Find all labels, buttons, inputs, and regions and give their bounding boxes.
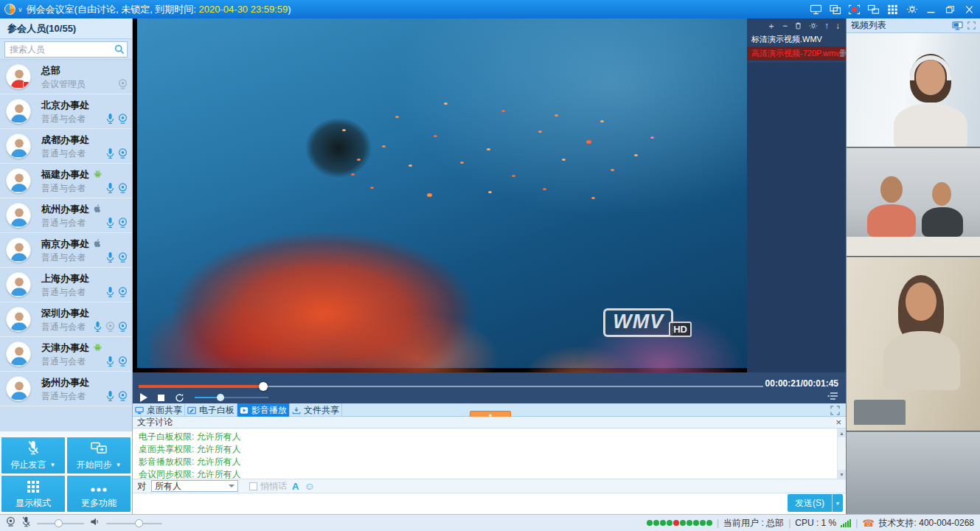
search-icon[interactable] [114, 44, 125, 57]
mic-muted-status-icon[interactable] [21, 516, 31, 530]
mic-icon[interactable] [105, 148, 115, 159]
mic-icon[interactable] [105, 182, 115, 194]
seek-handle[interactable] [259, 382, 268, 391]
playlist-toggle-icon[interactable] [827, 392, 838, 400]
menu-caret-icon[interactable]: ∨ [18, 6, 23, 13]
playlist-item-selected[interactable]: 高清演示视频-720P.wmv删除 [747, 46, 846, 60]
font-settings-button[interactable]: A [292, 481, 299, 492]
mic-icon[interactable] [105, 355, 115, 367]
player-volume-slider[interactable] [195, 393, 268, 402]
mic-icon[interactable] [105, 113, 115, 125]
webcam-status-icon[interactable] [6, 516, 15, 530]
video-stage[interactable]: WMV HD [133, 18, 747, 372]
start-sync-button[interactable]: 开始同步▼ [67, 437, 131, 473]
fullscreen-expand-icon[interactable] [830, 406, 840, 415]
minimize-button[interactable] [925, 4, 937, 15]
playlist-remove-icon[interactable]: − [782, 21, 788, 30]
seek-bar[interactable] [139, 382, 763, 391]
mic-volume-slider[interactable] [37, 519, 84, 527]
recipient-select[interactable]: 所有人 [151, 480, 238, 492]
camera-icon[interactable] [118, 217, 128, 229]
display-mode-button[interactable]: 显示模式 [1, 476, 65, 512]
camera-icon[interactable] [118, 182, 128, 194]
more-functions-button[interactable]: 更多功能 [67, 476, 131, 512]
message-input[interactable] [136, 495, 799, 512]
camera-icon[interactable] [118, 148, 128, 159]
playlist-move-up-icon[interactable]: ↑ [824, 21, 829, 30]
stop-button[interactable] [158, 395, 164, 401]
camera-icon[interactable] [118, 355, 128, 367]
video-monitor-icon[interactable] [952, 21, 963, 30]
replay-button[interactable] [175, 393, 184, 403]
participant-row[interactable]: 天津办事处 普通与会者 [0, 337, 132, 372]
participant-row[interactable]: 成都办事处 普通与会者 [0, 129, 132, 164]
stop-speaking-button[interactable]: 停止发言▼ [1, 437, 65, 473]
slider-handle[interactable] [135, 519, 143, 527]
restore-button[interactable] [944, 4, 956, 15]
mic-muted-icon [27, 440, 40, 455]
send-button[interactable]: 发送(S) ▼ [788, 494, 843, 512]
playlist-trash-icon[interactable] [794, 21, 802, 30]
chat-scrollbar[interactable]: ▲ ▼ [837, 428, 846, 479]
playlist-settings-icon[interactable] [809, 21, 818, 30]
participant-row[interactable]: 扬州办事处 普通与会者 [0, 372, 132, 406]
scroll-up-icon[interactable]: ▲ [838, 428, 846, 437]
video-list-expand-icon[interactable] [967, 21, 976, 30]
transport-controls [140, 392, 268, 403]
camera-icon[interactable] [118, 390, 128, 402]
camera-icon[interactable] [118, 321, 128, 333]
wmv-hd-watermark: WMV HD [603, 308, 692, 337]
participant-row[interactable]: 南京办事处 普通与会者 [0, 233, 132, 268]
close-button[interactable] [963, 4, 976, 15]
camera-gray-icon[interactable] [118, 78, 128, 90]
participant-row[interactable]: 上海办事处 普通与会者 [0, 268, 132, 302]
slider-handle[interactable] [55, 519, 63, 527]
participant-name: 总部 [41, 64, 60, 77]
mic-icon[interactable] [105, 286, 115, 298]
participant-row[interactable]: 杭州办事处 普通与会者 [0, 198, 132, 233]
camera-gray-icon[interactable] [105, 321, 115, 333]
video-feed-2[interactable] [847, 148, 980, 257]
screen-cast-icon[interactable] [810, 4, 822, 15]
grid-icon[interactable] [886, 4, 899, 15]
mic-icon[interactable] [93, 321, 102, 333]
play-button[interactable] [140, 393, 147, 402]
tab-file-share[interactable]: 文件共享 [290, 403, 342, 417]
emoji-button[interactable]: ☺ [304, 481, 314, 491]
playlist-add-icon[interactable]: ＋ [767, 21, 776, 30]
search-input[interactable] [4, 41, 128, 58]
video-feed-1[interactable] [847, 33, 980, 148]
tab-whiteboard[interactable]: 电子白板 [185, 403, 237, 417]
window-share-icon[interactable] [829, 4, 841, 15]
participant-row[interactable]: 深圳办事处 普通与会者 [0, 302, 132, 337]
participant-row[interactable]: 北京办事处 普通与会者 [0, 94, 132, 129]
tab-desktop-share[interactable]: 桌面共享 [133, 403, 185, 417]
speaker-volume-slider[interactable] [106, 519, 162, 527]
dropdown-caret-icon[interactable]: ▼ [50, 462, 56, 468]
speaker-icon[interactable] [90, 517, 100, 529]
camera-icon[interactable] [118, 251, 128, 263]
avatar [6, 376, 31, 401]
scroll-down-icon[interactable]: ▼ [838, 470, 846, 479]
camera-icon[interactable] [118, 113, 128, 125]
participant-row[interactable]: 总部 会议管理员 [0, 60, 132, 94]
playlist-item[interactable]: 标清演示视频.WMV [747, 32, 846, 46]
network-share-icon[interactable] [867, 4, 880, 15]
volume-handle[interactable] [217, 394, 224, 401]
android-badge-icon [93, 342, 102, 354]
record-icon[interactable] [848, 4, 861, 15]
whisper-checkbox[interactable] [249, 482, 257, 490]
camera-icon[interactable] [118, 286, 128, 298]
send-options-caret-icon[interactable]: ▼ [832, 494, 843, 512]
playlist-move-down-icon[interactable]: ↓ [835, 21, 840, 30]
tab-media-playback[interactable]: 影音播放 [237, 403, 290, 417]
mic-icon[interactable] [105, 251, 115, 263]
mic-icon[interactable] [105, 390, 115, 402]
chat-close-icon[interactable]: × [835, 417, 841, 428]
delete-link[interactable]: 删除 [840, 46, 846, 60]
participant-row[interactable]: 福建办事处 普通与会者 [0, 164, 132, 198]
dropdown-caret-icon[interactable]: ▼ [116, 462, 122, 468]
mic-icon[interactable] [105, 217, 115, 229]
video-feed-3[interactable] [847, 257, 980, 431]
settings-gear-icon[interactable] [906, 4, 918, 15]
